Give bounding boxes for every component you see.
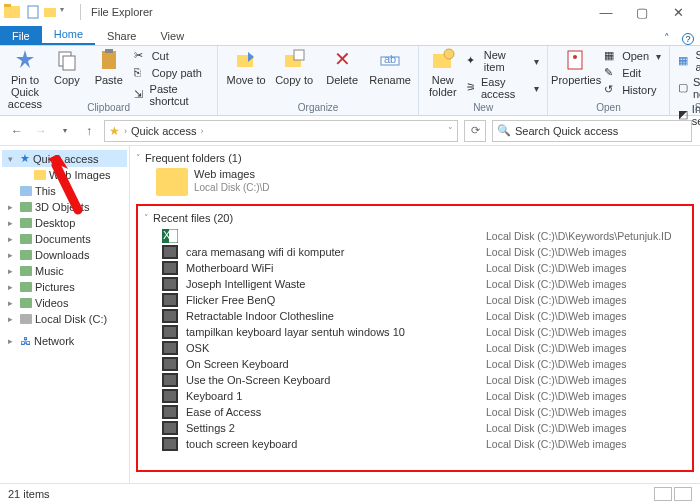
maximize-button[interactable]: ▢ [624, 0, 660, 24]
move-to-button[interactable]: Move to [224, 48, 268, 86]
properties-button[interactable]: Properties [554, 48, 598, 86]
tree-item[interactable]: ▸Documents [2, 231, 127, 247]
tree-item[interactable]: Web Images [2, 167, 127, 183]
svg-rect-33 [164, 343, 176, 353]
nav-back-button[interactable]: ← [8, 122, 26, 140]
svg-rect-10 [294, 50, 304, 60]
svg-rect-7 [105, 49, 113, 53]
recent-file-row[interactable]: Retractable Indoor ClotheslineLocal Disk… [144, 308, 686, 324]
app-icon [4, 4, 20, 20]
nav-tree: ▾★Quick access Web ImagesThis▸3D Objects… [0, 146, 130, 486]
qat-dropdown-icon[interactable]: ▾ [60, 5, 74, 19]
group-clipboard: Pin to Quick access Copy Paste ✂Cut ⎘Cop… [0, 46, 218, 115]
path-segment[interactable]: Quick access [131, 125, 196, 137]
paste-button[interactable]: Paste [90, 48, 128, 86]
file-icon [162, 373, 178, 387]
tree-quick-access[interactable]: ▾★Quick access [2, 150, 127, 167]
pin-quick-access-button[interactable]: Pin to Quick access [6, 48, 44, 110]
recent-file-row[interactable]: Settings 2Local Disk (C:)\D\Web images [144, 420, 686, 436]
new-item-button[interactable]: ✦New item ▾ [464, 48, 541, 74]
content-pane: ˅Frequent folders (1) Web imagesLocal Di… [130, 146, 700, 486]
recent-header[interactable]: ˅Recent files (20) [144, 212, 686, 224]
easy-access-button[interactable]: ⚞Easy access ▾ [464, 75, 541, 101]
tab-share[interactable]: Share [95, 26, 148, 45]
group-organize: Move to Copy to ✕Delete abRename Organiz… [218, 46, 419, 115]
svg-rect-39 [164, 391, 176, 401]
tree-network[interactable]: ▸🖧Network [2, 333, 127, 349]
svg-rect-41 [164, 407, 176, 417]
path-dropdown-icon[interactable]: ˅ [448, 126, 453, 136]
file-icon [162, 437, 178, 451]
frequent-item[interactable]: Web imagesLocal Disk (C:)\D [136, 168, 694, 196]
view-details-button[interactable] [654, 487, 672, 501]
tab-home[interactable]: Home [42, 24, 95, 45]
refresh-button[interactable]: ⟳ [464, 120, 486, 142]
new-folder-button[interactable]: New folder [425, 48, 460, 98]
qat-newfolder-icon[interactable] [43, 5, 57, 19]
search-icon: 🔍 [497, 124, 511, 137]
tab-file[interactable]: File [0, 26, 42, 45]
file-icon [162, 405, 178, 419]
recent-file-row[interactable]: On Screen KeyboardLocal Disk (C:)\D\Web … [144, 356, 686, 372]
svg-rect-0 [4, 6, 20, 18]
tree-item[interactable]: ▸Videos [2, 295, 127, 311]
file-icon [162, 421, 178, 435]
tree-item[interactable]: ▸3D Objects [2, 199, 127, 215]
svg-rect-6 [102, 51, 116, 69]
recent-file-row[interactable]: Ease of AccessLocal Disk (C:)\D\Web imag… [144, 404, 686, 420]
view-large-button[interactable] [674, 487, 692, 501]
qat-properties-icon[interactable] [26, 5, 40, 19]
tree-item[interactable]: ▸Desktop [2, 215, 127, 231]
svg-rect-29 [164, 311, 176, 321]
edit-button[interactable]: ✎Edit [602, 65, 663, 81]
recent-file-row[interactable]: Use the On-Screen KeyboardLocal Disk (C:… [144, 372, 686, 388]
recent-file-row[interactable]: OSKLocal Disk (C:)\D\Web images [144, 340, 686, 356]
history-button[interactable]: ↺History [602, 82, 663, 98]
address-path[interactable]: ★ › Quick access › ˅ [104, 120, 458, 142]
ribbon-help[interactable]: ˄ ? [664, 32, 694, 45]
file-icon [162, 293, 178, 307]
recent-file-row[interactable]: tampilkan keyboard layar sentuh windows … [144, 324, 686, 340]
minimize-button[interactable]: — [588, 0, 624, 24]
group-open: Properties ▦Open ▾ ✎Edit ↺History Open [548, 46, 670, 115]
svg-point-14 [444, 49, 454, 59]
copy-to-button[interactable]: Copy to [272, 48, 316, 86]
tree-item[interactable]: ▸Music [2, 263, 127, 279]
close-button[interactable]: ✕ [660, 0, 696, 24]
svg-rect-37 [164, 375, 176, 385]
recent-file-row[interactable]: cara memasang wifi di komputerLocal Disk… [144, 244, 686, 260]
rename-button[interactable]: abRename [368, 48, 412, 86]
nav-up-button[interactable]: ↑ [80, 122, 98, 140]
cut-button[interactable]: ✂Cut [132, 48, 211, 64]
ribbon: Pin to Quick access Copy Paste ✂Cut ⎘Cop… [0, 46, 700, 116]
address-bar: ← → ▾ ↑ ★ › Quick access › ˅ ⟳ 🔍 Search … [0, 116, 700, 146]
svg-rect-35 [164, 359, 176, 369]
nav-forward-button[interactable]: → [32, 122, 50, 140]
tree-item[interactable]: This [2, 183, 127, 199]
recent-file-row[interactable]: touch screen keyboardLocal Disk (C:)\D\W… [144, 436, 686, 452]
recent-file-row[interactable]: Joseph Intelligent WasteLocal Disk (C:)\… [144, 276, 686, 292]
tree-item[interactable]: ▸Local Disk (C:) [2, 311, 127, 327]
nav-recent-button[interactable]: ▾ [56, 122, 74, 140]
tree-item[interactable]: ▸Downloads [2, 247, 127, 263]
recent-file-row[interactable]: Motherboard WiFiLocal Disk (C:)\D\Web im… [144, 260, 686, 276]
recent-file-row[interactable]: Keyboard 1Local Disk (C:)\D\Web images [144, 388, 686, 404]
copy-path-button[interactable]: ⎘Copy path [132, 65, 211, 81]
recent-file-row[interactable]: Flicker Free BenQLocal Disk (C:)\D\Web i… [144, 292, 686, 308]
tree-item[interactable]: ▸Pictures [2, 279, 127, 295]
file-icon [162, 309, 178, 323]
svg-point-16 [573, 55, 577, 59]
file-icon [162, 389, 178, 403]
file-icon [162, 277, 178, 291]
open-button[interactable]: ▦Open ▾ [602, 48, 663, 64]
delete-button[interactable]: ✕Delete [320, 48, 364, 86]
svg-rect-1 [4, 4, 11, 7]
copy-button[interactable]: Copy [48, 48, 86, 86]
group-select: ▦Select all ▢Select none ◩Invert selecti… [670, 46, 700, 115]
select-none-button[interactable]: ▢Select none [676, 75, 700, 101]
frequent-header[interactable]: ˅Frequent folders (1) [136, 152, 694, 164]
search-input[interactable]: 🔍 Search Quick access [492, 120, 692, 142]
select-all-button[interactable]: ▦Select all [676, 48, 700, 74]
recent-file-row[interactable]: XLocal Disk (C:)\D\Keywords\Petunjuk.ID [144, 228, 686, 244]
tab-view[interactable]: View [148, 26, 196, 45]
